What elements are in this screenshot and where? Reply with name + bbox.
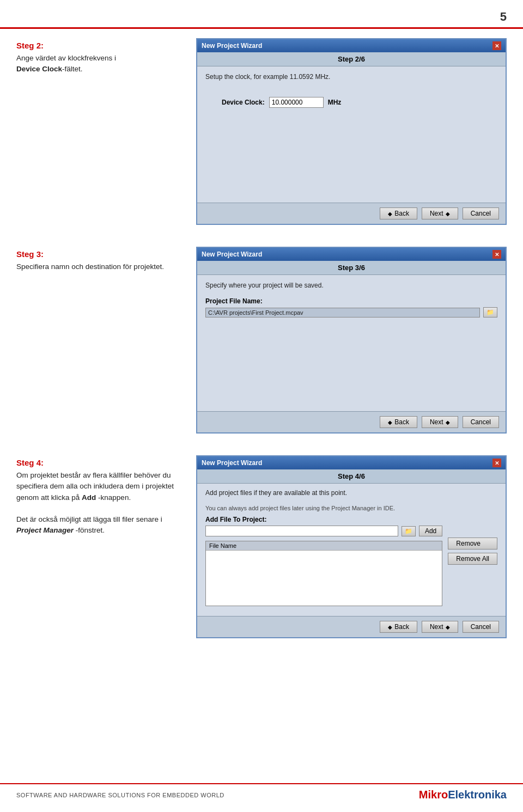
step3-wizard-body: Specify where your project will be saved…: [197, 275, 506, 411]
step3-wizard-instruction: Specify where your project will be saved…: [205, 282, 497, 289]
step4-remove-all-button[interactable]: Remove All: [448, 553, 497, 565]
step2-cancel-label: Cancel: [471, 210, 491, 217]
footer-text: SOFTWARE AND HARDWARE SOLUTIONS FOR EMBE…: [16, 792, 224, 798]
step4-file-list: File Name: [205, 541, 442, 606]
step2-field-row: Device Clock: MHz: [222, 97, 497, 108]
step4-file-input[interactable]: [205, 526, 398, 536]
step4-body3: Det är också möjligt att lägga till file…: [16, 515, 162, 523]
step2-next-button[interactable]: Next ◆: [422, 207, 458, 219]
step3-next-label: Next: [430, 418, 443, 426]
step2-back-label: Back: [394, 210, 409, 217]
step2-wizard-titlebar: New Project Wizard ✕: [197, 39, 506, 52]
step4-add-button[interactable]: Add: [419, 526, 442, 536]
step2-cancel-button[interactable]: Cancel: [463, 207, 499, 219]
step2-text: Steg 2: Ange värdet av klockfrekvens i D…: [16, 38, 185, 225]
step3-heading: Steg 3:: [16, 249, 185, 259]
page-number: 5: [500, 10, 507, 24]
step3-back-icon: ◆: [388, 419, 392, 425]
step4-wizard-step-label: Step 4/6: [197, 469, 506, 484]
step4-content: 📁 Add File Name Remove Remove All: [205, 526, 497, 610]
step3-next-icon: ◆: [446, 419, 450, 425]
step2-wizard-body: Setup the clock, for example 11.0592 MHz…: [197, 66, 506, 203]
step4-back-label: Back: [394, 623, 409, 631]
step3-footer-right: ◆ Back Next ◆ Cancel: [380, 416, 499, 428]
step4-back-button[interactable]: ◆ Back: [380, 621, 417, 633]
step4-cancel-label: Cancel: [471, 623, 491, 631]
step3-back-button[interactable]: ◆ Back: [380, 416, 417, 428]
step2-wizard-footer: ◆ Back Next ◆ Cancel: [197, 203, 506, 224]
step4-back-icon: ◆: [388, 624, 392, 630]
step4-browse-button[interactable]: 📁: [402, 526, 416, 536]
step4-next-icon: ◆: [446, 624, 450, 630]
step3-wizard: New Project Wizard ✕ Step 3/6 Specify wh…: [196, 247, 507, 434]
step3-file-row: 📁: [205, 307, 497, 318]
step3-file-input[interactable]: [205, 308, 480, 318]
step3-text: Steg 3: Specifiera namn och destination …: [16, 247, 185, 434]
top-divider: [0, 27, 523, 29]
step4-body: Om projektet består av flera källfiler b…: [16, 470, 185, 536]
step4-section: Steg 4: Om projektet består av flera käl…: [16, 455, 507, 638]
step3-body: Specifiera namn och destination för proj…: [16, 261, 185, 272]
step4-wizard-note: You can always add project files later u…: [205, 505, 497, 511]
step3-section: Steg 3: Specifiera namn och destination …: [16, 247, 507, 434]
step2-device-clock-input[interactable]: [269, 97, 324, 108]
step4-wizard-title: New Project Wizard: [202, 459, 262, 467]
step3-next-button[interactable]: Next ◆: [422, 416, 458, 428]
step3-wizard-title: New Project Wizard: [202, 251, 262, 258]
step3-back-label: Back: [394, 418, 409, 426]
step4-file-list-header: File Name: [206, 541, 442, 551]
step2-field-unit: MHz: [328, 99, 342, 106]
step4-body2: -knappen.: [98, 493, 131, 502]
footer-brand: MikroElektronika: [419, 789, 507, 801]
step2-heading: Steg 2:: [16, 41, 185, 50]
step4-next-button[interactable]: Next ◆: [422, 621, 458, 633]
step3-wizard-step-label: Step 3/6: [197, 261, 506, 275]
step3-wizard-footer: ◆ Back Next ◆ Cancel: [197, 411, 506, 432]
step4-wizard: New Project Wizard ✕ Step 4/6 Add projec…: [196, 455, 507, 638]
step4-right: Remove Remove All: [448, 526, 497, 610]
step4-cancel-button[interactable]: Cancel: [463, 621, 499, 633]
step2-section: Steg 2: Ange värdet av klockfrekvens i D…: [16, 38, 507, 225]
step3-wizard-titlebar: New Project Wizard ✕: [197, 248, 506, 261]
step3-cancel-label: Cancel: [471, 418, 491, 426]
step2-wizard: New Project Wizard ✕ Step 2/6 Setup the …: [196, 38, 507, 225]
step2-field-label: Device Clock:: [222, 99, 265, 106]
step4-add-file-row: 📁 Add: [205, 526, 442, 536]
step4-body4: -fönstret.: [76, 526, 105, 534]
step4-body-italic: Project Manager: [16, 526, 74, 534]
step4-remove-button[interactable]: Remove: [448, 538, 497, 550]
page-footer: SOFTWARE AND HARDWARE SOLUTIONS FOR EMBE…: [0, 783, 523, 801]
step2-next-icon: ◆: [446, 211, 450, 217]
step2-wizard-title: New Project Wizard: [202, 42, 262, 50]
step3-body-text: Specifiera namn och destination för proj…: [16, 262, 164, 271]
step3-wizard-close[interactable]: ✕: [492, 250, 501, 259]
step3-file-section: Project File Name: 📁: [205, 297, 497, 318]
step2-wizard-instruction: Setup the clock, for example 11.0592 MHz…: [205, 73, 497, 81]
step3-cancel-button[interactable]: Cancel: [463, 416, 499, 428]
step4-add-file-label: Add File To Project:: [205, 516, 497, 523]
footer-brand-mikro: Mikro: [419, 789, 448, 801]
step2-next-label: Next: [430, 210, 443, 217]
step3-browse-button[interactable]: 📁: [483, 307, 497, 318]
step4-body-bold: Add: [82, 493, 96, 502]
footer-brand-elektronika: Elektronika: [448, 789, 507, 801]
step2-back-button[interactable]: ◆ Back: [380, 207, 417, 219]
step2-back-icon: ◆: [388, 211, 392, 217]
step4-heading: Steg 4:: [16, 458, 185, 467]
step2-body-bold: Device Clock: [16, 65, 62, 73]
step4-left: 📁 Add File Name: [205, 526, 442, 610]
step2-wizard-close[interactable]: ✕: [492, 41, 501, 50]
step4-wizard-body: Add project files if they are available …: [197, 484, 506, 616]
step2-footer-right: ◆ Back Next ◆ Cancel: [380, 207, 499, 219]
step2-body-suffix: -fältet.: [62, 65, 83, 73]
step4-wizard-footer: ◆ Back Next ◆ Cancel: [197, 616, 506, 637]
step4-wizard-close[interactable]: ✕: [492, 459, 501, 467]
step2-wizard-step-label: Step 2/6: [197, 52, 506, 66]
step2-body-text: Ange värdet av klockfrekvens i: [16, 54, 116, 62]
step4-text: Steg 4: Om projektet består av flera käl…: [16, 455, 185, 638]
step4-wizard-titlebar: New Project Wizard ✕: [197, 456, 506, 469]
step4-next-label: Next: [430, 623, 443, 631]
step4-wizard-instruction: Add project files if they are available …: [205, 489, 497, 497]
step2-body: Ange värdet av klockfrekvens i Device Cl…: [16, 53, 185, 75]
step3-file-label: Project File Name:: [205, 297, 497, 305]
